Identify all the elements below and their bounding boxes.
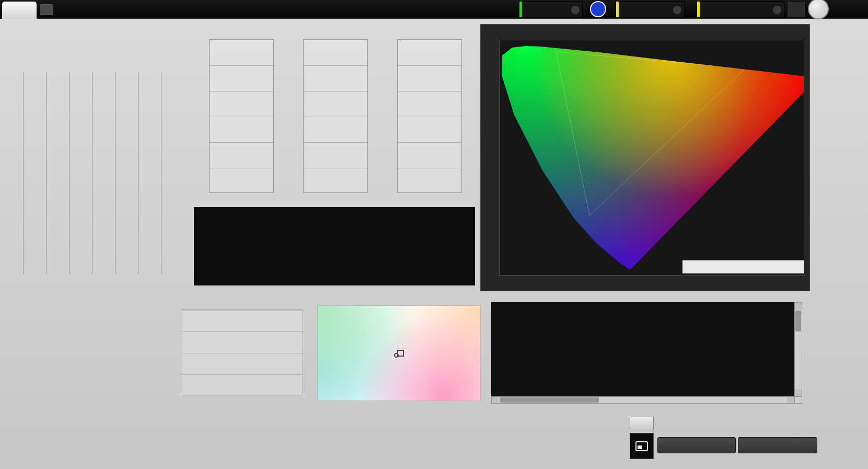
add-tab-button[interactable] bbox=[40, 4, 53, 15]
cie1976-x-axis bbox=[500, 279, 804, 287]
deltae2000-chart bbox=[23, 72, 184, 274]
scroll-left-icon[interactable] bbox=[492, 397, 499, 403]
source-dropdown[interactable] bbox=[616, 1, 685, 18]
meter-dropdown[interactable] bbox=[519, 1, 583, 18]
scroll-up-icon[interactable] bbox=[795, 303, 802, 310]
next-button[interactable] bbox=[738, 437, 817, 453]
app-root bbox=[0, 0, 868, 469]
chevron-down-icon[interactable] bbox=[673, 6, 681, 14]
cie1976-panel bbox=[480, 24, 810, 291]
deltah-chart bbox=[397, 39, 462, 193]
cie1976-y-axis bbox=[482, 40, 497, 276]
actual-row-label bbox=[194, 210, 202, 241]
chevron-down-icon[interactable] bbox=[571, 6, 580, 14]
chevron-down-icon[interactable] bbox=[773, 6, 781, 14]
deltac-chart bbox=[303, 39, 368, 193]
rgb-balance-chart bbox=[181, 310, 303, 395]
scrollbar-thumb[interactable] bbox=[795, 311, 801, 331]
cie1931-chart bbox=[317, 305, 481, 401]
rgb-balance-y-axis bbox=[166, 310, 179, 395]
table-horizontal-scrollbar[interactable] bbox=[491, 396, 794, 404]
measurement-table bbox=[491, 302, 794, 396]
scroll-right-icon[interactable] bbox=[787, 397, 794, 403]
table-vertical-scrollbar[interactable] bbox=[794, 302, 802, 396]
deltah-y-axis bbox=[381, 39, 395, 193]
top-bar bbox=[0, 0, 868, 19]
current-reading-xy bbox=[21, 346, 52, 358]
meter-accent bbox=[519, 2, 522, 17]
cie1976-markers bbox=[500, 40, 804, 276]
back-button[interactable] bbox=[657, 437, 736, 453]
corner-circle-button[interactable] bbox=[808, 0, 829, 19]
deltal-y-axis bbox=[193, 39, 207, 193]
deltac-y-axis bbox=[287, 39, 301, 193]
display-control-dropdown[interactable] bbox=[697, 1, 784, 18]
deltal-chart bbox=[209, 39, 274, 193]
settings-button[interactable] bbox=[787, 1, 806, 18]
pattern-window-button[interactable] bbox=[630, 433, 654, 459]
cie1931-reading-marker bbox=[394, 353, 399, 358]
actual-target-swatch-panel bbox=[194, 207, 475, 285]
measurement-count-badge[interactable] bbox=[590, 1, 606, 17]
gamut-coverage bbox=[682, 260, 804, 273]
source-accent bbox=[616, 2, 619, 17]
display-control-accent bbox=[697, 2, 700, 17]
deltae2000-x-axis bbox=[23, 276, 184, 283]
scroll-down-icon[interactable] bbox=[795, 389, 802, 396]
pattern-up-button[interactable] bbox=[630, 417, 654, 430]
scrollbar-thumb[interactable] bbox=[500, 397, 599, 403]
tab-history-1[interactable] bbox=[2, 2, 37, 19]
window-icon bbox=[635, 441, 648, 451]
scrollbar-corner bbox=[794, 396, 802, 404]
target-row-label bbox=[194, 242, 202, 272]
